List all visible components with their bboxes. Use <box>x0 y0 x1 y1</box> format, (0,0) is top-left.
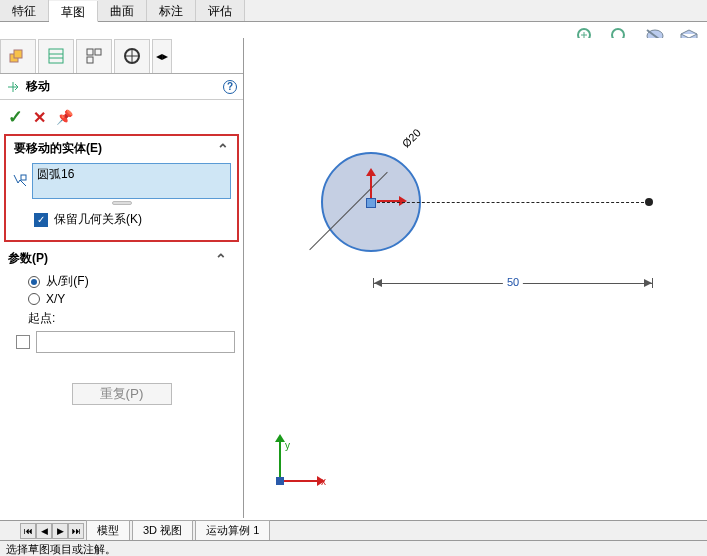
move-cmd-icon <box>6 80 20 94</box>
ok-button[interactable]: ✓ <box>8 106 23 128</box>
svg-rect-13 <box>87 57 93 63</box>
entity-list[interactable]: 圆弧16 <box>32 163 231 199</box>
nav-prev[interactable]: ◀ <box>36 523 52 539</box>
xy-radio[interactable] <box>28 293 40 305</box>
repeat-button: 重复(P) <box>72 383 172 405</box>
tab-annotation[interactable]: 标注 <box>147 0 196 21</box>
origin-marker[interactable] <box>366 198 376 208</box>
tab-features[interactable]: 特征 <box>0 0 49 21</box>
help-icon[interactable]: ? <box>223 80 237 94</box>
nav-first[interactable]: ⏮ <box>20 523 36 539</box>
fromto-radio[interactable] <box>28 276 40 288</box>
cancel-button[interactable]: ✕ <box>33 108 46 127</box>
property-tab[interactable] <box>38 39 74 73</box>
graphics-canvas[interactable]: Ø20 50 y x <box>245 38 707 520</box>
manip-y-icon[interactable] <box>370 174 372 198</box>
xy-label: X/Y <box>46 292 65 306</box>
collapse-params-icon[interactable]: ⌃ <box>215 251 227 267</box>
btab-model[interactable]: 模型 <box>86 520 130 541</box>
more-tabs[interactable]: ◂▸ <box>152 39 172 73</box>
params-header: 参数(P) <box>8 250 48 267</box>
line-endpoint[interactable] <box>645 198 653 206</box>
tab-evaluate[interactable]: 评估 <box>196 0 245 21</box>
diameter-dim[interactable]: Ø20 <box>400 126 423 149</box>
svg-rect-11 <box>87 49 93 55</box>
svg-rect-8 <box>49 49 63 63</box>
point-icon <box>16 335 30 349</box>
pin-button[interactable]: 📌 <box>56 109 73 125</box>
svg-rect-7 <box>14 50 22 58</box>
cmd-title: 移动 <box>26 78 50 95</box>
start-point-input[interactable] <box>36 331 235 353</box>
entities-highlight-box: 要移动的实体(E) ⌃ 圆弧16 ✓ 保留几何关系(K) <box>4 134 239 242</box>
nav-last[interactable]: ⏭ <box>68 523 84 539</box>
dimx-tab[interactable] <box>114 39 150 73</box>
entity-item[interactable]: 圆弧16 <box>37 166 226 183</box>
svg-rect-12 <box>95 49 101 55</box>
entity-select-icon <box>12 173 28 189</box>
construction-line[interactable] <box>377 202 649 203</box>
tab-surface[interactable]: 曲面 <box>98 0 147 21</box>
keep-relations-checkbox[interactable]: ✓ <box>34 213 48 227</box>
svg-rect-17 <box>21 175 26 180</box>
linear-dim-50[interactable]: 50 <box>373 278 653 288</box>
entities-header: 要移动的实体(E) <box>14 140 102 157</box>
btab-3dview[interactable]: 3D 视图 <box>132 520 193 541</box>
collapse-icon[interactable]: ⌃ <box>217 141 229 157</box>
resize-handle[interactable] <box>112 201 132 205</box>
tab-sketch[interactable]: 草图 <box>49 1 98 22</box>
fromto-label: 从/到(F) <box>46 273 89 290</box>
start-label: 起点: <box>28 310 235 327</box>
keep-relations-label: 保留几何关系(K) <box>54 211 142 228</box>
config-tab[interactable] <box>76 39 112 73</box>
btab-motion[interactable]: 运动算例 1 <box>195 520 270 541</box>
nav-next[interactable]: ▶ <box>52 523 68 539</box>
feature-tree-tab[interactable] <box>0 39 36 73</box>
status-bar: 选择草图项目或注解。 <box>0 540 707 556</box>
